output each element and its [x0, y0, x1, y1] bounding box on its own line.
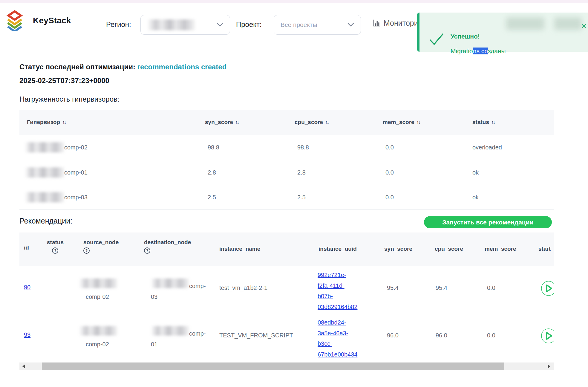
destination-node-part2: 01 — [151, 341, 157, 348]
redacted-node-prefix — [79, 279, 117, 288]
col-header-destination-node: destination_node? — [144, 239, 191, 254]
syn-score-value: 2.5 — [208, 194, 216, 201]
mem-score-value: 0.0 — [385, 169, 394, 176]
redacted-node-prefix — [151, 326, 189, 336]
hypervisor-name-suffix: comp-03 — [64, 194, 88, 201]
destination-node-cell: comp-01 — [151, 326, 206, 350]
toast-message-selected-text: ns со — [473, 48, 488, 54]
sort-icon: ↑↓ — [235, 120, 238, 125]
region-label: Регион: — [106, 20, 131, 29]
success-toast: Успешно! Migrations созданы — [417, 13, 588, 52]
col-label-hypervisor: Гипервизор — [27, 119, 60, 125]
redacted-name-prefix — [25, 142, 64, 152]
source-node-suffix: comp-02 — [79, 293, 109, 300]
col-label-destination-node: destination_node — [144, 239, 191, 245]
optimization-status-value: recommendations created — [137, 63, 227, 71]
toast-redacted-patch — [554, 17, 582, 30]
syn-score-value: 96.0 — [387, 332, 399, 339]
recommendation-id-link[interactable]: 90 — [24, 284, 30, 291]
sort-icon: ↑↓ — [491, 120, 494, 125]
hypervisor-name: comp-01 — [25, 167, 88, 178]
col-header-instance-uuid: instance_uuid — [318, 246, 357, 252]
bar-chart-icon — [372, 19, 381, 27]
sort-icon: ↑↓ — [62, 120, 65, 125]
col-label-status: status — [472, 119, 489, 125]
project-select[interactable]: Все проекты — [274, 15, 361, 35]
col-header-mem-score: mem_score — [485, 246, 516, 252]
col-header-syn-score: syn_score — [384, 246, 412, 252]
col-label-mem-score: mem_score — [383, 119, 414, 125]
redacted-name-prefix — [25, 192, 64, 202]
redacted-node-prefix — [151, 279, 189, 288]
redacted-node-prefix — [79, 326, 117, 336]
uuid-line: b07b- — [318, 291, 357, 302]
app-screen: KeyStack Регион: Проект: Все проекты Мон… — [0, 0, 588, 387]
brand-link[interactable]: KeyStack — [7, 10, 71, 31]
instance-uuid-link[interactable]: 08edbd24- 3a5e-46a3- b3cc- 67bb1e00b434 — [318, 317, 357, 360]
scrollbar-thumb[interactable] — [42, 362, 504, 370]
col-header-id: id — [24, 244, 29, 251]
toast-message-suffix: зданы — [488, 48, 506, 54]
scroll-left-arrow[interactable] — [22, 364, 25, 368]
cpu-score-value: 2.8 — [297, 169, 306, 176]
project-selected-value: Все проекты — [281, 21, 317, 28]
hypervisor-name-suffix: comp-02 — [64, 144, 88, 151]
recommendation-row: 93 comp-02 comp-01 TEST_VM_FROM_SCRIPT 0… — [19, 311, 554, 361]
region-select[interactable] — [140, 15, 230, 35]
col-label-status: status — [47, 239, 64, 245]
col-header-cpu-score: cpu_score — [435, 246, 463, 252]
col-header-instance-name: instance_name — [219, 246, 260, 252]
destination-node-cell: comp-03 — [151, 279, 206, 302]
uuid-line: b3cc- — [318, 339, 357, 349]
sort-header-syn-score[interactable]: syn_score↑↓ — [205, 119, 238, 126]
help-icon[interactable]: ? — [52, 247, 58, 254]
mem-score-value: 0.0 — [487, 332, 495, 339]
uuid-line: 08edbd24- — [318, 317, 357, 328]
source-node-cell: comp-02 — [79, 279, 117, 302]
hypervisors-table: Гипервизор↑↓ syn_score↑↓ cpu_score↑↓ mem… — [19, 110, 554, 210]
destination-node-part2: 03 — [151, 293, 157, 300]
help-icon[interactable]: ? — [144, 247, 150, 254]
recommendations-section-title: Рекомендации: — [19, 217, 72, 225]
mem-score-value: 0.0 — [385, 194, 394, 201]
sort-icon: ↑↓ — [416, 120, 420, 125]
recommendation-id-link[interactable]: 93 — [24, 331, 30, 338]
uuid-line: 3a5e-46a3- — [318, 328, 357, 339]
cpu-score-value: 98.8 — [297, 144, 309, 151]
syn-score-value: 98.8 — [208, 144, 219, 151]
project-label: Проект: — [236, 20, 262, 29]
optimization-status-label: Статус последней оптимизации: — [19, 63, 135, 71]
destination-node-part1: comp- — [189, 283, 206, 289]
redacted-name-prefix — [25, 167, 64, 178]
sort-header-mem-score[interactable]: mem_score↑↓ — [383, 119, 420, 126]
uuid-line: f2fa-411d- — [318, 281, 357, 291]
top-accent-strip — [0, 0, 588, 3]
hypervisors-section-title: Нагруженность гипервизоров: — [19, 95, 119, 103]
sort-header-hypervisor[interactable]: Гипервизор↑↓ — [27, 119, 65, 126]
hypervisor-name: comp-02 — [25, 142, 88, 152]
sort-header-cpu-score[interactable]: cpu_score↑↓ — [295, 119, 328, 126]
start-migration-button[interactable] — [541, 328, 554, 344]
uuid-line: 992e721e- — [318, 270, 357, 281]
sort-icon: ↑↓ — [325, 120, 328, 125]
optimization-timestamp: 2025-02-25T07:37:23+0000 — [19, 77, 109, 85]
cpu-score-value: 2.5 — [297, 194, 306, 201]
toast-close-button[interactable]: ✕ — [581, 23, 587, 30]
start-migration-button[interactable] — [541, 281, 554, 296]
optimization-status-line: Статус последней оптимизации: recommenda… — [19, 63, 226, 71]
chevron-down-icon — [347, 23, 354, 27]
run-all-recommendations-button[interactable]: Запустить все рекомендации — [424, 216, 552, 228]
mem-score-value: 0.0 — [385, 144, 394, 151]
status-value: overloaded — [472, 144, 502, 151]
uuid-line: 03d829164b82 — [318, 302, 357, 313]
scroll-right-arrow[interactable] — [548, 364, 550, 368]
recommendations-table: id status? source_node? destination_node… — [19, 232, 554, 361]
recommendation-row: 90 comp-02 comp-03 test_vm_a1b2-2-1 992e… — [19, 266, 554, 311]
toast-accent-bar — [417, 13, 419, 52]
help-icon[interactable]: ? — [83, 247, 90, 254]
horizontal-scrollbar[interactable] — [19, 362, 554, 370]
sort-header-status[interactable]: status↑↓ — [472, 119, 494, 126]
toast-message: Migrations созданы — [451, 48, 506, 55]
instance-uuid-link[interactable]: 992e721e- f2fa-411d- b07b- 03d829164b82 — [318, 270, 357, 312]
col-header-status: status? — [47, 239, 64, 254]
